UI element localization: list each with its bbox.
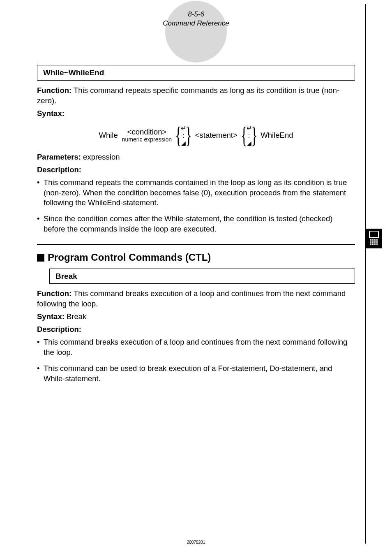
page-number: 8-5-6 (0, 10, 392, 19)
header-text: 8-5-6 Command Reference (0, 10, 392, 28)
brace-group-1: { ↵ : ◢ } (176, 125, 191, 146)
break-command-name: Break (55, 272, 77, 280)
desc-label: Description: (37, 165, 355, 175)
while-keyword: While (99, 130, 118, 141)
break-command-box: Break (49, 269, 355, 284)
section-divider (37, 244, 355, 245)
calculator-icon (366, 229, 382, 248)
while-bullet-2: Since the condition comes after the Whil… (37, 214, 355, 234)
break-function-text: This command breaks execution of a loop … (37, 289, 346, 308)
break-syntax-para: Syntax: Break (37, 312, 355, 322)
params-para: Parameters: expression (37, 152, 355, 162)
colon-1: : (182, 132, 184, 139)
main-content: While~WhileEnd Function: This command re… (0, 28, 392, 384)
break-syntax-label: Syntax: (37, 312, 65, 321)
ctl-title-text: Program Control Commands (CTL) (48, 251, 211, 264)
statement-text: <statement> (195, 130, 238, 141)
break-syntax-text: Break (65, 312, 86, 321)
function-label: Function: (37, 86, 71, 95)
right-brace-2: } (251, 126, 257, 145)
square-bullet-icon (37, 254, 44, 262)
left-brace-2: { (241, 126, 247, 145)
params-label: Parameters: (37, 153, 81, 161)
whileend-keyword: WhileEnd (261, 130, 293, 141)
brace-group-2: { ↵ : ◢ } (242, 125, 257, 146)
page-header: 8-5-6 Command Reference (0, 0, 392, 28)
numeric-text: numeric expression (122, 137, 172, 143)
while-function-para: Function: This command repeats specific … (37, 86, 355, 106)
right-brace-1: } (185, 126, 191, 145)
ctl-section-title: Program Control Commands (CTL) (37, 251, 355, 264)
right-margin-rule (365, 4, 366, 544)
function-text: This command repeats specific commands a… (37, 86, 339, 105)
break-function-label: Function: (37, 289, 71, 298)
condition-stack: <condition> numeric expression (122, 128, 172, 143)
header-title: Command Reference (0, 19, 392, 28)
break-bullet-1: This command breaks execution of a loop … (37, 337, 355, 358)
params-text: expression (81, 153, 120, 161)
calc-keypad-icon (370, 239, 378, 245)
break-bullet-2: This command can be used to break execut… (37, 364, 355, 384)
colon-2: : (248, 132, 250, 139)
break-desc-label: Description: (37, 324, 355, 335)
condition-text: <condition> (127, 128, 167, 136)
while-bullet-1: This command repeats the commands contai… (37, 178, 355, 208)
break-function-para: Function: This command breaks execution … (37, 289, 355, 309)
while-command-box: While~WhileEnd (37, 65, 355, 81)
while-command-name: While~WhileEnd (43, 68, 104, 77)
while-bullets: This command repeats the commands contai… (37, 178, 355, 235)
left-brace-1: { (175, 126, 181, 145)
while-syntax-diagram: While <condition> numeric expression { ↵… (37, 125, 355, 146)
break-bullets: This command breaks execution of a loop … (37, 337, 355, 384)
syntax-label: Syntax: (37, 109, 355, 119)
calc-screen-icon (369, 231, 379, 238)
triangle-icon-2: ◢ (247, 140, 251, 146)
footer-date: 20070201 (0, 540, 392, 544)
